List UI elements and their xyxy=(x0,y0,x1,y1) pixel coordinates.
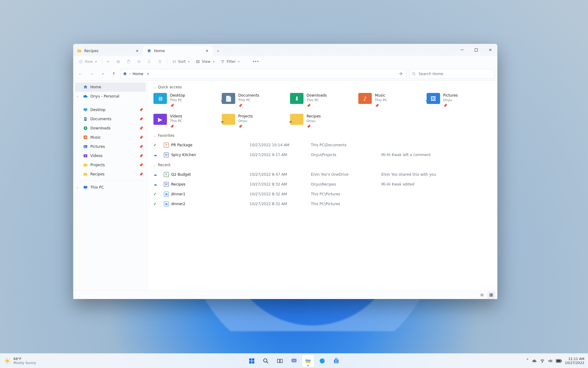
copy-button[interactable] xyxy=(114,57,123,66)
file-row[interactable]: ✔▦dinner110/27/2022 8:32 AMThis PC\Pictu… xyxy=(153,189,492,199)
chevron-right-icon[interactable]: › xyxy=(77,95,78,98)
folder-type-icon xyxy=(83,172,88,177)
taskbar-center xyxy=(246,355,342,367)
sidebar-item-this-pc[interactable]: › This PC xyxy=(75,183,146,192)
paste-button[interactable] xyxy=(124,57,133,66)
scissors-icon: ✂ xyxy=(107,59,110,64)
close-window-button[interactable]: ✕ xyxy=(483,44,497,56)
quick-access-item[interactable]: 🖥DesktopThis PC📌 xyxy=(153,92,219,111)
svg-rect-10 xyxy=(196,62,198,63)
quick-access-item[interactable]: ✔🖼PicturesOnyu📌 xyxy=(427,92,492,111)
back-button[interactable]: ← xyxy=(76,70,85,78)
svg-point-22 xyxy=(85,146,85,147)
taskbar-app-explorer[interactable] xyxy=(302,355,314,367)
chat-button[interactable] xyxy=(288,355,300,367)
sidebar-item-projects[interactable]: Projects📌 xyxy=(75,160,146,170)
task-view-button[interactable] xyxy=(274,355,286,367)
quick-access-item[interactable]: ▶VideosThis PC📌 xyxy=(153,113,219,132)
file-row[interactable]: ✔▦dinner210/27/2022 8:32 AMThis PC\Pictu… xyxy=(153,199,492,209)
sidebar-item-onedrive[interactable]: › Onyu - Personal xyxy=(75,92,146,101)
address-bar[interactable]: › Home ▾ ⟳ xyxy=(120,69,407,79)
sidebar-item-pictures[interactable]: Pictures📌 xyxy=(75,142,146,151)
search-input[interactable] xyxy=(419,72,492,76)
recent-locations-button[interactable]: ▾ xyxy=(98,70,107,78)
file-row[interactable]: ☁XQ2 Budget10/27/2022 8:47 AMElvin Yoo's… xyxy=(153,170,492,179)
sidebar-item-downloads[interactable]: Downloads📌 xyxy=(75,124,146,133)
cut-button[interactable]: ✂ xyxy=(104,57,112,66)
refresh-button[interactable]: ⟳ xyxy=(398,72,405,76)
section-quick-access[interactable]: ⌄ Quick access xyxy=(153,85,492,89)
tab-home[interactable]: Home ✕ xyxy=(143,46,213,56)
monitor-icon xyxy=(83,185,88,190)
sidebar-item-music[interactable]: Music📌 xyxy=(75,133,146,142)
quick-access-item[interactable]: ☁RecipesOnyu📌 xyxy=(290,113,355,132)
section-favorites[interactable]: ⌄ Favorites xyxy=(153,133,492,138)
weather-widget[interactable]: 68°F Mostly Sunny xyxy=(4,357,36,365)
new-tab-button[interactable]: ＋ xyxy=(213,46,223,56)
share-button[interactable] xyxy=(145,57,154,66)
file-row[interactable]: ☁WSpicy Kitchen10/27/2022 9:17 AMOnyu\Pr… xyxy=(153,150,492,160)
search-box[interactable] xyxy=(409,69,494,79)
up-button[interactable]: ↑ xyxy=(109,70,118,78)
file-row[interactable]: ✔PPR Package10/27/2022 10:14 AMThis PC\D… xyxy=(153,140,492,150)
onedrive-tray-icon[interactable] xyxy=(532,358,537,363)
chevron-right-icon[interactable]: › xyxy=(77,186,78,189)
tray-overflow-button[interactable]: ˄ xyxy=(526,358,529,364)
quick-access-item[interactable]: ♪MusicThis PC📌 xyxy=(358,92,424,111)
close-tab-button[interactable]: ✕ xyxy=(204,48,210,54)
sidebar-item-recipes[interactable]: Recipes📌 xyxy=(75,170,146,179)
filter-icon xyxy=(221,59,225,64)
file-row[interactable]: ☁WRecipes10/27/2022 8:32 AMOnyu\RecipesM… xyxy=(153,179,492,189)
system-tray[interactable]: ˄ 11:11 AM 10/27/2022 xyxy=(526,357,588,365)
section-recent[interactable]: ⌄ Recent xyxy=(153,163,492,167)
thumbnails-view-button[interactable] xyxy=(488,292,495,298)
address-dropdown-button[interactable]: ▾ xyxy=(145,72,151,76)
item-location: This PC xyxy=(170,98,185,103)
filter-button[interactable]: Filter▾ xyxy=(218,57,242,66)
close-tab-button[interactable]: ✕ xyxy=(134,48,140,54)
rename-button[interactable] xyxy=(134,57,144,66)
view-button[interactable]: View▾ xyxy=(193,57,217,66)
forward-button[interactable]: → xyxy=(87,70,96,78)
svg-point-48 xyxy=(542,362,543,362)
sort-button[interactable]: Sort▾ xyxy=(170,57,192,66)
status-badge: ✔ xyxy=(153,143,164,147)
taskbar: 68°F Mostly Sunny ˄ 11:11 AM 10/27/2022 xyxy=(0,353,588,368)
quick-access-item[interactable]: ✔📄DocumentsThis PC📌 xyxy=(222,92,287,111)
folder-icon: 🖼 xyxy=(427,93,440,104)
delete-button[interactable] xyxy=(155,57,164,66)
tab-recipes[interactable]: Recipes ✕ xyxy=(73,46,143,56)
svg-point-20 xyxy=(86,137,87,138)
minimize-button[interactable] xyxy=(455,44,469,56)
sidebar-item-label: Downloads xyxy=(90,126,111,130)
file-location: This PC\Pictures xyxy=(311,202,381,206)
status-badge: ☁ xyxy=(153,182,164,186)
clock[interactable]: 11:11 AM 10/27/2022 xyxy=(565,357,584,365)
taskbar-app-store[interactable] xyxy=(330,355,342,367)
battery-icon[interactable] xyxy=(556,359,562,363)
quick-access-item[interactable]: ⬇DownloadsThis PC📌 xyxy=(290,92,355,111)
sidebar-item-desktop[interactable]: Desktop📌 xyxy=(75,105,146,114)
folder-type-icon xyxy=(83,126,88,131)
address-crumb[interactable]: Home xyxy=(133,72,143,76)
new-button[interactable]: New ▾ xyxy=(76,57,99,66)
item-name: Desktop xyxy=(170,93,185,98)
svg-rect-51 xyxy=(561,360,562,362)
wifi-icon[interactable] xyxy=(540,358,545,363)
tab-strip: Recipes ✕ Home ✕ ＋ ✕ xyxy=(73,44,497,56)
svg-rect-13 xyxy=(84,108,87,110)
taskbar-app-edge[interactable] xyxy=(316,355,328,367)
sidebar-item-videos[interactable]: Videos📌 xyxy=(75,151,146,160)
maximize-button[interactable] xyxy=(469,44,483,56)
start-button[interactable] xyxy=(246,355,258,367)
details-view-button[interactable] xyxy=(478,292,486,298)
svg-rect-44 xyxy=(335,360,336,361)
sidebar-item-documents[interactable]: Documents📌 xyxy=(75,114,146,124)
file-location: Elvin Yoo's OneDrive xyxy=(311,172,381,177)
search-button[interactable] xyxy=(260,355,272,367)
quick-access-item[interactable]: ☁ProjectsOnyu📌 xyxy=(222,113,287,132)
volume-icon[interactable] xyxy=(548,358,553,363)
sidebar-item-home[interactable]: Home xyxy=(75,82,146,92)
pin-icon: 📌 xyxy=(307,124,321,129)
more-button[interactable]: ••• xyxy=(250,57,261,66)
